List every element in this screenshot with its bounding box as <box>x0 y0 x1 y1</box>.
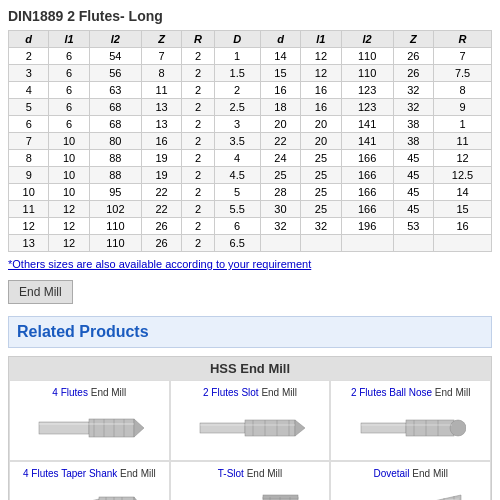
table-cell: 14 <box>434 184 492 201</box>
table-cell: 19 <box>141 167 181 184</box>
table-cell: 25 <box>301 184 341 201</box>
table-cell: 6 <box>49 116 89 133</box>
product-label-p5: T-Slot End Mill <box>175 468 326 479</box>
table-cell: 110 <box>89 218 141 235</box>
col-ra: R <box>182 31 214 48</box>
table-cell: 54 <box>89 48 141 65</box>
table-row: 81088192424251664512 <box>9 150 492 167</box>
table-row: 3656821.51512110267.5 <box>9 65 492 82</box>
table-cell: 10 <box>49 133 89 150</box>
table-cell: 25 <box>260 167 300 184</box>
table-cell: 166 <box>341 184 393 201</box>
table-cell: 1.5 <box>214 65 260 82</box>
table-cell: 2.5 <box>214 99 260 116</box>
table-cell: 45 <box>393 201 433 218</box>
table-cell: 10 <box>49 150 89 167</box>
table-cell: 2 <box>182 167 214 184</box>
table-cell: 12 <box>49 218 89 235</box>
table-cell: 10 <box>9 184 49 201</box>
table-cell: 5.5 <box>214 201 260 218</box>
svg-rect-17 <box>406 420 454 436</box>
product-image-p4 <box>14 483 165 500</box>
table-cell: 68 <box>89 116 141 133</box>
table-cell: 45 <box>393 167 433 184</box>
note-link[interactable]: *Others sizes are also available accordi… <box>8 258 492 270</box>
table-cell: 3 <box>9 65 49 82</box>
table-cell: 25 <box>301 167 341 184</box>
table-cell: 2 <box>182 48 214 65</box>
table-cell: 2 <box>214 82 260 99</box>
table-cell: 166 <box>341 150 393 167</box>
table-cell: 12 <box>49 235 89 252</box>
table-cell: 19 <box>141 150 181 167</box>
table-cell: 123 <box>341 82 393 99</box>
table-cell: 196 <box>341 218 393 235</box>
svg-marker-14 <box>295 420 305 436</box>
table-cell: 11 <box>9 201 49 218</box>
col-l2a: l2 <box>89 31 141 48</box>
main-container: DIN1889 2 Flutes- Long d l1 l2 Z R D d l… <box>0 0 500 500</box>
table-row: 26547211412110267 <box>9 48 492 65</box>
svg-rect-1 <box>89 419 134 437</box>
table-cell: 6 <box>9 116 49 133</box>
table-cell: 141 <box>341 133 393 150</box>
table-cell: 4 <box>214 150 260 167</box>
table-row: 56681322.51816123329 <box>9 99 492 116</box>
table-cell: 38 <box>393 133 433 150</box>
table-cell: 2 <box>182 99 214 116</box>
table-cell: 102 <box>89 201 141 218</box>
table-row: 13121102626.5 <box>9 235 492 252</box>
table-row: 710801623.522201413811 <box>9 133 492 150</box>
table-cell: 1 <box>434 116 492 133</box>
product-cell-p6[interactable]: Dovetail End Mill <box>330 461 491 500</box>
table-cell: 8 <box>434 82 492 99</box>
table-cell: 2 <box>182 133 214 150</box>
table-cell: 110 <box>341 48 393 65</box>
col-d2: d <box>260 31 300 48</box>
product-cell-p2[interactable]: 2 Flutes Slot End Mill <box>170 380 331 461</box>
table-row: 910881924.525251664512.5 <box>9 167 492 184</box>
table-cell <box>301 235 341 252</box>
product-label-p3: 2 Flutes Ball Nose End Mill <box>335 387 486 398</box>
product-cell-p4[interactable]: 4 Flutes Taper Shank End Mill <box>9 461 170 500</box>
table-cell: 32 <box>393 82 433 99</box>
table-cell: 63 <box>89 82 141 99</box>
table-cell: 5 <box>214 184 260 201</box>
svg-rect-34 <box>263 495 298 499</box>
table-cell: 26 <box>393 48 433 65</box>
table-cell: 141 <box>341 116 393 133</box>
svg-rect-9 <box>245 420 295 436</box>
table-row: 101095222528251664514 <box>9 184 492 201</box>
table-cell: 14 <box>260 48 300 65</box>
table-cell: 6 <box>214 218 260 235</box>
col-d1: d <box>9 31 49 48</box>
table-cell: 3 <box>214 116 260 133</box>
table-cell: 22 <box>141 201 181 218</box>
svg-marker-6 <box>134 419 144 437</box>
table-cell: 56 <box>89 65 141 82</box>
product-cell-p1[interactable]: 4 Flutes End Mill <box>9 380 170 461</box>
table-cell: 95 <box>89 184 141 201</box>
table-cell: 88 <box>89 167 141 184</box>
table-cell: 7.5 <box>434 65 492 82</box>
table-cell: 2 <box>9 48 49 65</box>
product-cell-p5[interactable]: T-Slot End Mill <box>170 461 331 500</box>
product-image-p6 <box>335 483 486 500</box>
table-cell: 18 <box>260 99 300 116</box>
table-cell: 12 <box>49 201 89 218</box>
table-row: 466311221616123328 <box>9 82 492 99</box>
end-mill-button[interactable]: End Mill <box>8 280 73 304</box>
table-cell: 38 <box>393 116 433 133</box>
table-cell: 12 <box>301 48 341 65</box>
table-cell <box>434 235 492 252</box>
table-cell: 2 <box>182 218 214 235</box>
table-cell: 16 <box>301 99 341 116</box>
table-cell: 22 <box>141 184 181 201</box>
related-products-title: Related Products <box>17 323 483 341</box>
table-cell: 2 <box>182 82 214 99</box>
product-cell-p3[interactable]: 2 Flutes Ball Nose End Mill <box>330 380 491 461</box>
col-l2b: l2 <box>341 31 393 48</box>
col-D: D <box>214 31 260 48</box>
table-cell: 6.5 <box>214 235 260 252</box>
table-cell: 28 <box>260 184 300 201</box>
